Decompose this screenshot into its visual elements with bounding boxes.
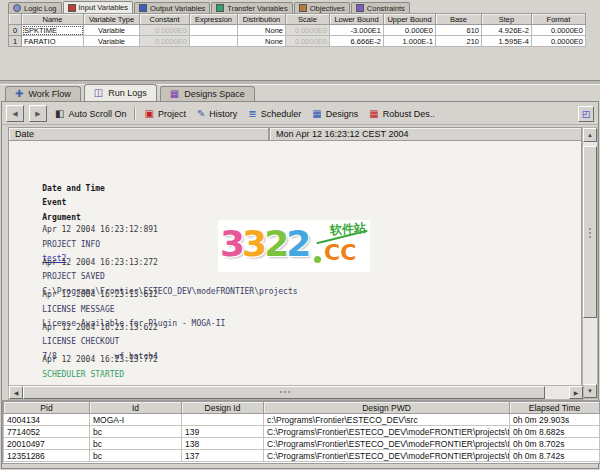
col-design-pwd[interactable]: Design PWD (264, 402, 510, 414)
cell-name[interactable]: FARATIO (22, 36, 84, 47)
cell-format[interactable]: 0.0000E0 (532, 25, 586, 36)
cell-distribution[interactable]: None (238, 25, 286, 36)
cell-base[interactable]: 210 (436, 36, 482, 47)
log-time: Apr 12 2004 16:23:12:891 (42, 223, 180, 238)
row-index[interactable]: 0 (9, 25, 22, 36)
tab-work-flow[interactable]: ✚ Work Flow (5, 86, 81, 101)
cell-upper-bound[interactable]: 0.000E0 (384, 25, 436, 36)
main-tab-bar: ✚ Work Flow ◫ Run Logs ▦ Designs Space (2, 84, 598, 101)
log-date-value[interactable]: Mon Apr 12 16:23:12 CEST 2004 (269, 127, 582, 141)
col-distribution[interactable]: Distribution (238, 14, 286, 25)
cell-design-pwd[interactable]: c:\Programs\Frontier\ESTECO_DEV\src (264, 414, 510, 426)
col-base[interactable]: Base (436, 14, 482, 25)
cell-elapsed-time[interactable]: 0h 0m 8.682s (510, 426, 600, 438)
cell-step[interactable]: 4.926E-2 (482, 25, 532, 36)
cell-pid[interactable]: 12351286 (4, 450, 90, 462)
scroll-up-button[interactable]: ▲ (583, 128, 597, 142)
date-column-header[interactable]: Date (8, 127, 269, 141)
cell-lower-bound[interactable]: 6.666E-2 (330, 36, 384, 47)
col-scale[interactable]: Scale (286, 14, 330, 25)
cell-step[interactable]: 1.595E-4 (482, 36, 532, 47)
cell-elapsed-time[interactable]: 0h 0m 8.742s (510, 450, 600, 462)
cell-id[interactable]: bc (90, 426, 182, 438)
history-log-button[interactable]: ✎ History (194, 108, 240, 120)
cell-lower-bound[interactable]: -3.000E1 (330, 25, 384, 36)
cell-design-id[interactable]: 138 (182, 438, 264, 450)
process-row[interactable]: 12351286 bc 137 C:\Programs\Frontier\EST… (4, 450, 600, 462)
tab-objectives[interactable]: Objectives (294, 2, 350, 13)
scroll-right-button[interactable]: ▶ (569, 386, 583, 399)
designs-space-icon: ▦ (170, 89, 179, 99)
col-upper-bound[interactable]: Upper Bound (384, 14, 436, 25)
cell-constant[interactable]: 0.0000E0 (140, 36, 190, 47)
tab-constraints[interactable]: Constraints (351, 2, 410, 13)
tab-logic-log[interactable]: Logic Log (8, 2, 62, 13)
next-log-button[interactable]: ▶ (29, 105, 47, 122)
cell-design-pwd[interactable]: C:\Programs\Frontier\ESTECO_DEV\modeFRON… (264, 450, 510, 462)
scroll-left-button[interactable]: ◀ (9, 386, 23, 399)
tab-run-logs[interactable]: ◫ Run Logs (84, 84, 157, 101)
process-row[interactable]: 20010497 bc 138 C:\Programs\Frontier\EST… (4, 438, 600, 450)
process-row[interactable]: 4004134 MOGA-I c:\Programs\Frontier\ESTE… (4, 414, 600, 426)
cell-design-id[interactable]: 137 (182, 450, 264, 462)
row-index[interactable]: 1 (9, 36, 22, 47)
cell-design-pwd[interactable]: C:\Programs\Frontier\ESTECO_DEV\modeFRON… (264, 426, 510, 438)
cell-variable-type[interactable]: Variable (84, 25, 140, 36)
log-vertical-scrollbar[interactable]: ▲ ▼ (582, 127, 598, 399)
vertical-scroll-thumb[interactable] (583, 146, 597, 318)
tab-input-variables[interactable]: Input Variables (63, 1, 133, 13)
process-row[interactable]: 7714052 bc 139 C:\Programs\Frontier\ESTE… (4, 426, 600, 438)
tab-transfer-variables[interactable]: Transfer Variables (211, 2, 292, 13)
tab-label: Work Flow (28, 89, 70, 99)
cell-upper-bound[interactable]: 1.000E-1 (384, 36, 436, 47)
cell-base[interactable]: 610 (436, 25, 482, 36)
tab-output-variables[interactable]: Output Variables (134, 2, 210, 13)
cell-elapsed-time[interactable]: 0h 0m 8.702s (510, 438, 600, 450)
cell-id[interactable]: bc (90, 450, 182, 462)
scroll-down-button[interactable]: ▼ (583, 384, 597, 398)
col-step[interactable]: Step (482, 14, 532, 25)
previous-log-button[interactable]: ◀ (6, 105, 24, 122)
cell-variable-type[interactable]: Variable (84, 36, 140, 47)
cell-constant[interactable]: 0.0000E0 (140, 25, 190, 36)
col-format[interactable]: Format (532, 14, 586, 25)
cell-expression[interactable] (190, 36, 238, 47)
detach-panel-button[interactable]: ◰ (578, 106, 594, 122)
variable-row: 1 FARATIO Variable 0.0000E0 None 0.0000E… (9, 36, 586, 47)
col-variable-type[interactable]: Variable Type (84, 14, 140, 25)
tab-designs-space[interactable]: ▦ Designs Space (160, 86, 255, 101)
col-expression[interactable]: Expression (190, 14, 238, 25)
col-id[interactable]: Id (90, 402, 182, 414)
cell-scale[interactable]: 0.0000E0 (286, 36, 330, 47)
project-log-button[interactable]: ▣ Project (141, 108, 188, 120)
cell-id[interactable]: bc (90, 438, 182, 450)
log-horizontal-scrollbar[interactable]: ◀ ▶ (8, 385, 584, 400)
cell-elapsed-time[interactable]: 0h 0m 29.903s (510, 414, 600, 426)
horizontal-scroll-thumb[interactable] (23, 386, 545, 399)
cell-design-pwd[interactable]: C:\Programs\Frontier\ESTECO_DEV\modeFRON… (264, 438, 510, 450)
cell-distribution[interactable]: None (238, 36, 286, 47)
cell-pid[interactable]: 4004134 (4, 414, 90, 426)
designs-log-button[interactable]: ▦ Designs (309, 108, 361, 120)
col-pid[interactable]: Pid (4, 402, 90, 414)
cell-id[interactable]: MOGA-I (90, 414, 182, 426)
cell-design-id[interactable] (182, 414, 264, 426)
cell-pid[interactable]: 20010497 (4, 438, 90, 450)
tab-label: Constraints (367, 4, 405, 13)
cell-design-id[interactable]: 139 (182, 426, 264, 438)
col-lower-bound[interactable]: Lower Bound (330, 14, 384, 25)
cell-scale[interactable]: 0.0000E0 (286, 25, 330, 36)
process-header-row: Pid Id Design Id Design PWD Elapsed Time (4, 402, 600, 414)
auto-scroll-toggle[interactable]: ◧ Auto Scroll On (52, 108, 129, 120)
col-constant[interactable]: Constant (140, 14, 190, 25)
cell-expression[interactable] (190, 25, 238, 36)
auto-scroll-icon: ◧ (55, 109, 64, 119)
cell-name[interactable]: SPKTIME (22, 25, 84, 36)
col-elapsed-time[interactable]: Elapsed Time (510, 402, 600, 414)
robust-design-log-button[interactable]: ▦ Robust Des.. (366, 108, 437, 120)
cell-format[interactable]: 0.0000E0 (532, 36, 586, 47)
cell-pid[interactable]: 7714052 (4, 426, 90, 438)
col-design-id[interactable]: Design Id (182, 402, 264, 414)
col-name[interactable]: Name (22, 14, 84, 25)
scheduler-log-button[interactable]: ≣ Scheduler (245, 108, 304, 120)
